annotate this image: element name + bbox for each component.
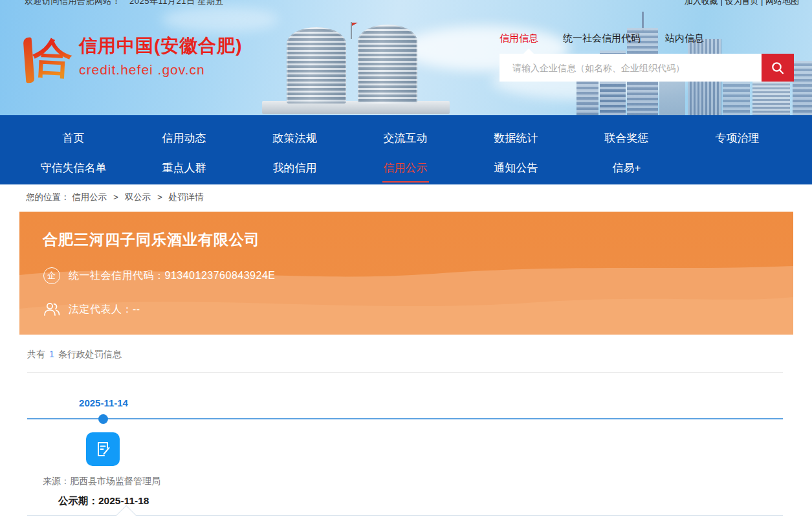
company-name: 合肥三河四子同乐酒业有限公司 xyxy=(43,230,260,250)
site-logo[interactable]: 合 信用中国(安徽合肥) credit.hefei .gov.cn xyxy=(22,34,243,85)
header-banner: 欢迎访问信用合肥网站！ 2025年11月21日 星期五 加入收藏 | 设为首页 … xyxy=(0,0,812,115)
breadcrumb-credit-publicity[interactable]: 信用公示 xyxy=(72,192,107,202)
top-right-links[interactable]: 加入收藏 | 设为首页 | 网站地图 xyxy=(685,0,799,7)
welcome-text: 欢迎访问信用合肥网站！ 2025年11月21日 星期五 xyxy=(25,0,224,7)
breadcrumb-double-publicity[interactable]: 双公示 xyxy=(125,192,151,202)
nav-item-statistics[interactable]: 数据统计 xyxy=(461,127,571,150)
timeline-axis xyxy=(27,418,783,419)
site-title: 信用中国(安徽合肥) xyxy=(79,34,243,58)
search-button[interactable] xyxy=(762,54,794,82)
search-area: 信用信息 统一社会信用代码 站内信息 xyxy=(499,32,795,82)
nav-item-xinyi-plus[interactable]: 信易+ xyxy=(571,157,682,180)
logo-seal-icon: 合 xyxy=(22,34,70,85)
breadcrumb-current: 处罚详情 xyxy=(169,192,204,202)
active-tab-pointer xyxy=(523,49,534,54)
legal-rep-label: 法定代表人： xyxy=(69,303,133,316)
detail-panel-top-border xyxy=(27,515,783,516)
two-person-icon xyxy=(43,300,61,318)
active-nav-underline xyxy=(382,181,429,183)
document-edit-icon xyxy=(93,439,113,459)
nav-item-credit-publicity[interactable]: 信用公示 xyxy=(350,157,461,180)
nav-item-key-groups[interactable]: 重点人群 xyxy=(129,157,239,180)
breadcrumb: 您的位置： 信用公示 > 双公示 > 处罚详情 xyxy=(26,192,204,203)
site-domain: credit.hefei .gov.cn xyxy=(79,62,243,78)
main-navigation: 首页 信用动态 政策法规 交流互动 数据统计 联合奖惩 专项治理 守信失信名单 … xyxy=(0,115,812,184)
legal-rep-value: -- xyxy=(133,304,140,315)
publicity-period: 公示期：2025-11-18 xyxy=(58,494,149,508)
nav-item-notices[interactable]: 通知公告 xyxy=(461,157,571,180)
nav-item-credit-news[interactable]: 信用动态 xyxy=(129,127,239,150)
nav-item-policies[interactable]: 政策法规 xyxy=(239,127,350,150)
enterprise-badge-icon: 企 xyxy=(43,267,61,285)
magnifier-icon xyxy=(770,60,785,76)
nav-item-redlist-blacklist[interactable]: 守信失信名单 xyxy=(18,157,129,180)
nav-item-home[interactable]: 首页 xyxy=(18,127,129,150)
nav-item-joint-rewards[interactable]: 联合奖惩 xyxy=(571,127,682,150)
search-tab-site-info[interactable]: 站内信息 xyxy=(665,32,704,45)
credit-code-label: 统一社会信用代码： xyxy=(69,269,165,283)
search-tab-unified-code[interactable]: 统一社会信用代码 xyxy=(563,32,641,45)
breadcrumb-prefix: 您的位置： xyxy=(26,192,70,202)
penalty-count: 1 xyxy=(49,349,54,359)
credit-code-value: 91340123760843924E xyxy=(165,270,276,282)
penalty-source: 来源：肥西县市场监督管理局 xyxy=(43,476,160,487)
section-divider xyxy=(27,372,783,373)
flag-icon xyxy=(352,23,358,26)
company-info-card: 合肥三河四子同乐酒业有限公司 企 统一社会信用代码： 9134012376084… xyxy=(19,212,793,335)
penalty-record-button[interactable] xyxy=(86,432,120,466)
nav-item-my-credit[interactable]: 我的信用 xyxy=(239,157,350,180)
top-strip: 欢迎访问信用合肥网站！ 2025年11月21日 星期五 加入收藏 | 设为首页 … xyxy=(0,0,812,8)
nav-item-interaction[interactable]: 交流互动 xyxy=(350,127,461,150)
timeline-date: 2025-11-14 xyxy=(68,397,139,408)
search-tab-credit-info[interactable]: 信用信息 xyxy=(499,32,538,45)
search-input[interactable] xyxy=(499,54,762,82)
nav-item-special-governance[interactable]: 专项治理 xyxy=(682,127,793,150)
header-buildings-illustration xyxy=(256,25,469,115)
penalty-count-line: 共有1条行政处罚信息 xyxy=(27,349,122,360)
timeline-dot xyxy=(98,414,108,424)
